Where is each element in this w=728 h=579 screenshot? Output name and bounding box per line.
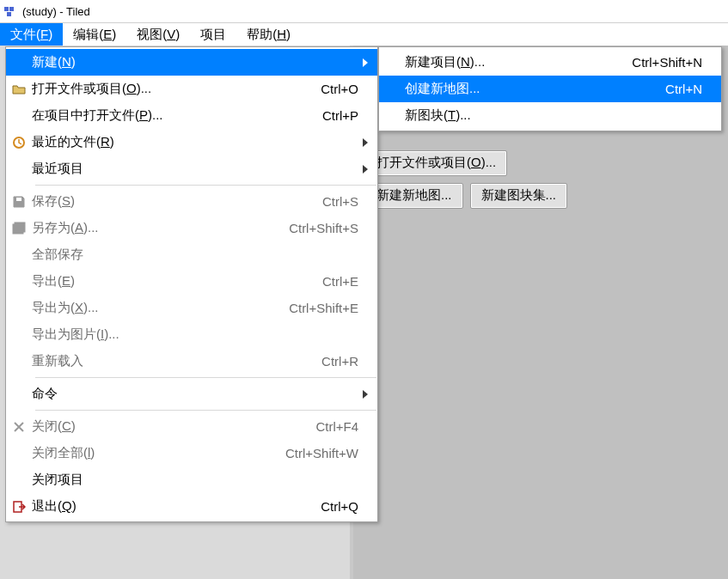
menu-item-label: 另存为(A)... — [32, 220, 99, 236]
menu-item-label: 新建(N) — [32, 54, 76, 70]
file-menu-item-16: 关闭(C)Ctrl+F4 — [6, 413, 377, 440]
new-submenu: 新建项目(N)...Ctrl+Shift+N创建新地图...Ctrl+N新图块(… — [378, 46, 722, 131]
menu-item-label: 新图块(T)... — [405, 107, 471, 124]
menu-shortcut: Ctrl+R — [321, 354, 370, 369]
new-submenu-item-0[interactable]: 新建项目(N)...Ctrl+Shift+N — [379, 49, 721, 76]
welcome-row-1: 打开文件或项目(O)... — [365, 150, 719, 176]
file-menu-item-2[interactable]: 在项目中打开文件(P)...Ctrl+P — [6, 102, 377, 129]
window-title: (study) - Tiled — [22, 5, 90, 18]
file-menu: 新建(N)打开文件或项目(O)...Ctrl+O在项目中打开文件(P)...Ct… — [5, 46, 378, 522]
menu-item-label: 关闭全部(l) — [32, 445, 95, 461]
new-submenu-item-2[interactable]: 新图块(T)... — [379, 102, 721, 129]
quit-icon — [6, 500, 32, 514]
menu-shortcut: Ctrl+Shift+E — [289, 301, 370, 315]
menu-separator — [35, 377, 376, 378]
menu-item-label: 最近的文件(R) — [32, 134, 114, 150]
svg-rect-6 — [15, 222, 25, 232]
menu-item-label: 命令 — [32, 386, 58, 402]
menu-item-label: 创建新地图... — [405, 81, 480, 97]
menu-shortcut: Ctrl+S — [322, 194, 370, 209]
menubar-label: 项目 — [200, 27, 226, 43]
file-menu-item-11: 导出为图片(I)... — [6, 321, 377, 348]
menubar-help[interactable]: 帮助(H) — [236, 23, 301, 46]
file-menu-item-7: 另存为(A)...Ctrl+Shift+S — [6, 215, 377, 241]
menu-item-label: 导出(E) — [32, 273, 75, 290]
close-icon — [6, 420, 32, 434]
menu-shortcut: Ctrl+O — [321, 82, 370, 96]
menu-item-label: 导出为(X)... — [32, 300, 99, 316]
submenu-arrow-icon — [362, 390, 369, 399]
menubar-label: 编辑(E) — [73, 27, 116, 43]
menubar-label: 视图(V) — [137, 27, 180, 43]
menu-shortcut: Ctrl+Shift+W — [285, 446, 370, 460]
menu-item-label: 打开文件或项目(O)... — [32, 81, 151, 97]
svg-rect-1 — [9, 7, 14, 11]
file-menu-item-6: 保存(S)Ctrl+S — [6, 188, 377, 215]
app-icon — [3, 4, 17, 18]
file-menu-item-1[interactable]: 打开文件或项目(O)...Ctrl+O — [6, 76, 377, 102]
svg-rect-0 — [4, 7, 9, 11]
menu-shortcut: Ctrl+Q — [321, 499, 370, 514]
menubar-label: 文件(F) — [10, 27, 52, 43]
menubar-file[interactable]: 文件(F) — [0, 23, 63, 46]
new-tileset-button[interactable]: 新建图块集... — [470, 183, 568, 209]
menu-separator — [35, 410, 376, 411]
new-submenu-item-1[interactable]: 创建新地图...Ctrl+N — [379, 76, 721, 102]
menu-item-label: 保存(S) — [32, 193, 75, 210]
menu-item-label: 重新载入 — [32, 353, 83, 369]
menu-item-label: 最近项目 — [32, 161, 83, 177]
file-menu-item-17: 关闭全部(l)Ctrl+Shift+W — [6, 440, 377, 466]
svg-rect-4 — [16, 198, 21, 201]
submenu-arrow-icon — [362, 165, 369, 174]
menu-item-label: 导出为图片(I)... — [32, 326, 119, 343]
menubar-project[interactable]: 项目 — [190, 23, 236, 46]
file-menu-item-3[interactable]: 最近的文件(R) — [6, 129, 377, 155]
new-map-button[interactable]: 新建新地图... — [365, 183, 463, 209]
welcome-row-2: 新建新地图... 新建图块集... — [365, 183, 719, 209]
menu-separator — [35, 185, 376, 186]
file-menu-item-4[interactable]: 最近项目 — [6, 155, 377, 182]
saveas-icon — [6, 222, 32, 235]
menu-shortcut: Ctrl+F4 — [315, 419, 370, 434]
open-icon — [6, 82, 32, 96]
menu-item-label: 退出(Q) — [32, 498, 76, 515]
open-file-button[interactable]: 打开文件或项目(O)... — [365, 150, 507, 176]
menu-shortcut: Ctrl+Shift+N — [632, 55, 714, 70]
menu-item-label: 全部保存 — [32, 247, 83, 263]
svg-rect-2 — [7, 12, 11, 16]
menu-bar: 文件(F) 编辑(E) 视图(V) 项目 帮助(H) — [0, 23, 728, 47]
submenu-arrow-icon — [362, 138, 369, 147]
menu-item-label: 新建项目(N)... — [405, 54, 485, 70]
menubar-label: 帮助(H) — [247, 27, 291, 43]
menu-shortcut: Ctrl+Shift+S — [289, 221, 370, 235]
menu-item-label: 在项目中打开文件(P)... — [32, 107, 163, 124]
file-menu-item-8: 全部保存 — [6, 241, 377, 268]
save-icon — [6, 195, 32, 209]
file-menu-item-9: 导出(E)Ctrl+E — [6, 268, 377, 295]
title-bar: (study) - Tiled — [0, 0, 728, 23]
app-window: (study) - Tiled 文件(F) 编辑(E) 视图(V) 项目 帮助(… — [0, 0, 728, 579]
menu-item-label: 关闭(C) — [32, 418, 76, 435]
menu-item-label: 关闭项目 — [32, 472, 83, 488]
submenu-arrow-icon — [362, 58, 369, 67]
menubar-edit[interactable]: 编辑(E) — [63, 23, 126, 46]
file-menu-item-12: 重新载入Ctrl+R — [6, 348, 377, 375]
file-menu-item-10: 导出为(X)...Ctrl+Shift+E — [6, 295, 377, 321]
file-menu-item-0[interactable]: 新建(N) — [6, 49, 377, 76]
file-menu-item-18[interactable]: 关闭项目 — [6, 466, 377, 493]
recent-icon — [6, 136, 32, 149]
file-menu-item-14[interactable]: 命令 — [6, 381, 377, 407]
menu-shortcut: Ctrl+E — [322, 274, 370, 289]
menubar-view[interactable]: 视图(V) — [126, 23, 190, 46]
file-menu-item-19[interactable]: 退出(Q)Ctrl+Q — [6, 493, 377, 520]
menu-shortcut: Ctrl+N — [665, 82, 714, 96]
menu-shortcut: Ctrl+P — [322, 108, 370, 123]
